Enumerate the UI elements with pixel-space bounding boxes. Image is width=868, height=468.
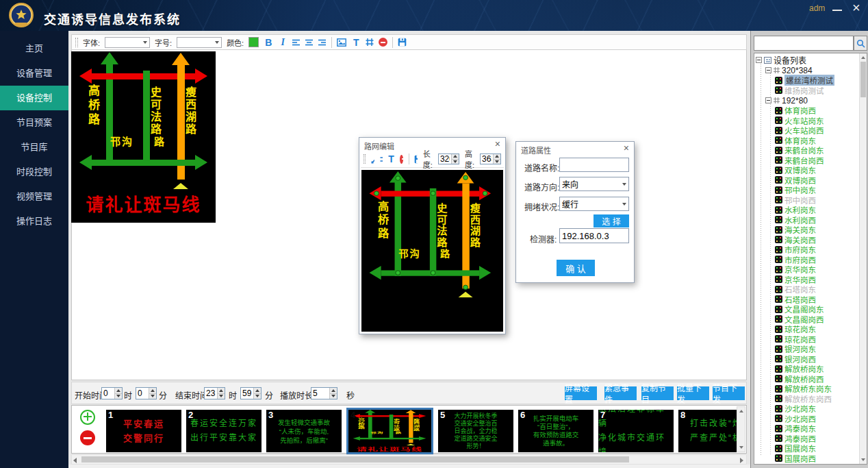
action-button[interactable]: 节目下发 <box>713 386 745 400</box>
scroll-up-icon[interactable] <box>737 408 745 415</box>
program-thumbnail[interactable]: 5大力开展秋冬季交通安全整治百日会战，全力稳定道路交通安全形势！ <box>438 410 513 452</box>
tree-device[interactable]: 邗中岗东 <box>754 185 859 195</box>
spin-down-icon[interactable] <box>254 393 261 399</box>
remove-program-button[interactable] <box>80 430 95 445</box>
network-node[interactable] <box>431 191 436 196</box>
scroll-up-icon[interactable] <box>860 54 867 61</box>
tree-device[interactable]: 沙北岗西 <box>754 414 859 424</box>
tree-device[interactable]: 来鹤台岗西 <box>754 156 859 166</box>
scroll-down-icon[interactable] <box>737 444 745 451</box>
delete-icon[interactable] <box>379 38 387 47</box>
tree-vertical-scrollbar[interactable] <box>859 53 867 464</box>
tree-device[interactable]: 石塔岗东 <box>754 284 859 295</box>
spin-down-icon[interactable] <box>218 393 225 399</box>
tree-device[interactable]: 解放桥岗西 <box>754 374 859 384</box>
height-input[interactable] <box>481 154 493 164</box>
image-icon[interactable] <box>337 38 346 47</box>
close-icon[interactable]: × <box>624 143 629 153</box>
spin-up-icon[interactable] <box>254 388 261 393</box>
close-icon[interactable]: × <box>495 138 500 149</box>
tree-device[interactable]: 海关岗西 <box>754 235 859 245</box>
junction-icon[interactable] <box>380 155 383 164</box>
tree-device[interactable]: 京华岗东 <box>754 264 859 275</box>
toolbar-drag-handle[interactable] <box>363 154 366 164</box>
road-direction-select[interactable]: 来向 <box>559 177 629 191</box>
tree-device[interactable]: 螺丝湾桥测试 <box>754 75 859 86</box>
align-right-icon[interactable] <box>318 38 327 47</box>
sidebar-item[interactable]: 设备管理 <box>0 61 68 86</box>
user-name[interactable]: adm <box>809 3 825 13</box>
start-minute-input[interactable] <box>136 388 149 399</box>
end-minute-input[interactable] <box>241 388 253 399</box>
network-node[interactable] <box>396 175 401 180</box>
end-hour-input[interactable] <box>205 388 217 399</box>
action-button[interactable]: 紧急事件 <box>604 386 637 400</box>
spin-up-icon[interactable] <box>149 388 156 393</box>
search-button[interactable] <box>854 36 867 51</box>
scrollbar-thumb[interactable] <box>860 62 866 97</box>
draw-road-icon[interactable] <box>371 155 374 164</box>
tree-device[interactable]: 市府岗西 <box>754 255 859 265</box>
tree-device[interactable]: 市府岗东 <box>754 245 859 255</box>
color-swatch[interactable] <box>248 37 259 47</box>
tree-device[interactable]: 石塔岗西 <box>754 295 859 305</box>
spin-down-icon[interactable] <box>115 393 122 399</box>
road-name-input[interactable] <box>559 158 629 172</box>
action-button[interactable]: 复制节目 <box>641 386 674 400</box>
program-thumbnail[interactable]: 2春运安全连万家出行平安靠大家 <box>186 410 261 452</box>
italic-button[interactable]: I <box>278 37 288 48</box>
program-thumbnail[interactable]: 4高桥路史可法路瘦西湖路邗沟路请礼让斑马线 <box>346 408 433 454</box>
spin-up-icon[interactable] <box>330 388 337 393</box>
tree-device[interactable]: 京华岗西 <box>754 275 859 285</box>
network-node[interactable] <box>374 191 379 196</box>
network-node[interactable] <box>463 175 468 180</box>
tree-device[interactable]: 双博岗东 <box>754 165 859 175</box>
tree-device[interactable]: 体育岗西 <box>754 106 859 116</box>
duration-input[interactable] <box>311 388 329 399</box>
scrollbar-thumb[interactable] <box>81 456 629 463</box>
bold-button[interactable]: B <box>264 37 273 48</box>
length-input[interactable] <box>439 154 451 164</box>
spin-down-icon[interactable] <box>149 393 156 399</box>
minimize-icon[interactable] <box>832 10 842 11</box>
text-tool-icon[interactable]: T <box>388 153 394 164</box>
tree-device[interactable]: 火车站岗东 <box>754 116 859 126</box>
tree-device[interactable]: 水利岗东 <box>754 205 859 215</box>
tree-device[interactable]: 琼花岗西 <box>754 334 859 345</box>
program-thumbnail[interactable]: 8打击改装“炸严查严处“机 <box>678 410 738 452</box>
tree-device[interactable]: 文昌阁岗西 <box>754 315 859 325</box>
align-center-icon[interactable] <box>305 38 314 47</box>
close-icon[interactable]: × <box>852 0 860 16</box>
confirm-button[interactable]: 确 认 <box>557 260 595 276</box>
collapse-icon[interactable] <box>765 97 771 103</box>
network-node[interactable] <box>396 270 401 275</box>
sidebar-item[interactable]: 视频管理 <box>0 184 68 209</box>
program-thumbnail[interactable]: 7依法治理非标车辆净化城市交通环境 <box>598 410 674 452</box>
end-hour-spinner[interactable] <box>204 387 225 399</box>
tree-device[interactable]: 文昌阁岗东 <box>754 304 859 315</box>
align-left-icon[interactable] <box>292 38 301 47</box>
font-select[interactable] <box>105 37 150 48</box>
spin-up-icon[interactable] <box>115 388 122 393</box>
spin-down-icon[interactable] <box>452 159 459 164</box>
sidebar-item[interactable]: 节目库 <box>0 135 68 160</box>
start-hour-input[interactable] <box>102 388 114 399</box>
tree-group[interactable]: 192*80 <box>754 95 859 106</box>
sidebar-item[interactable]: 操作日志 <box>0 209 68 234</box>
collapse-icon[interactable] <box>765 67 771 73</box>
length-spinner[interactable] <box>438 153 459 164</box>
strip-horizontal-scrollbar[interactable] <box>71 454 747 465</box>
select-detector-button[interactable]: 选 择 <box>593 214 629 227</box>
tree-device[interactable]: 银河岗西 <box>754 354 859 365</box>
action-button[interactable]: 屏幕设置 <box>565 386 597 400</box>
scroll-down-icon[interactable] <box>860 456 867 463</box>
spin-down-icon[interactable] <box>494 159 500 164</box>
tree-device[interactable]: 鸿泰岗东 <box>754 423 859 434</box>
tree-device[interactable]: 琼花岗东 <box>754 324 859 334</box>
tree-device[interactable]: 鸿泰岗西 <box>754 434 859 444</box>
height-spinner[interactable] <box>480 153 501 164</box>
tree-device[interactable]: 火车站岗西 <box>754 125 859 136</box>
tree-group[interactable]: 320*384 <box>754 65 859 75</box>
size-select[interactable] <box>177 37 222 48</box>
toolbar-drag-handle[interactable] <box>75 38 78 47</box>
